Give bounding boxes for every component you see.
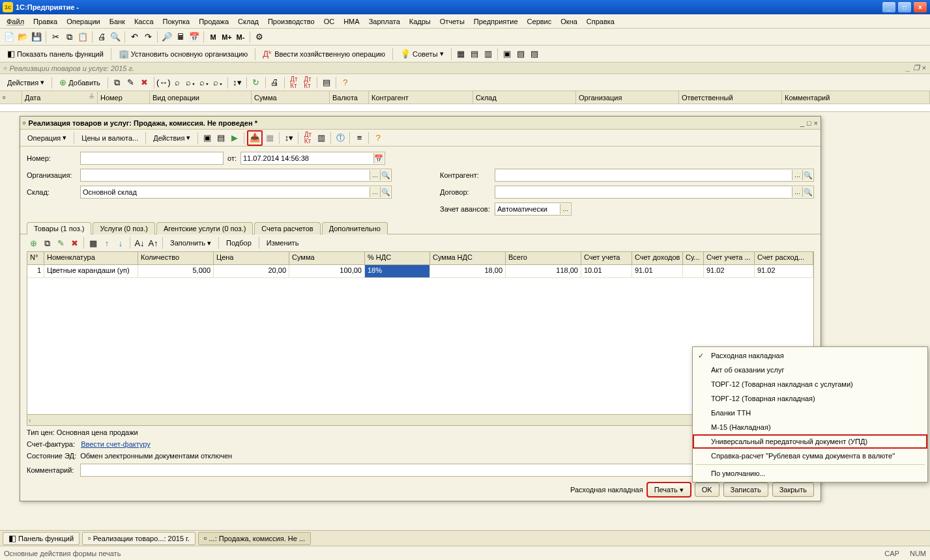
print-list-icon[interactable]: 🖨 xyxy=(269,76,282,89)
print-button[interactable]: Печать▾ xyxy=(647,483,691,497)
gcol-qty[interactable]: Количество xyxy=(138,252,214,264)
list-restore-icon[interactable]: ❐ xyxy=(913,64,920,72)
interval-icon[interactable]: (↔) xyxy=(157,76,170,89)
doc-post-icon[interactable]: ▣ xyxy=(201,132,214,145)
list-col-org[interactable]: Организация xyxy=(576,91,679,104)
doc-tree-icon[interactable]: Ⓣ xyxy=(334,132,347,145)
print-icon[interactable]: 🖨 xyxy=(95,31,108,44)
window-min-button[interactable]: _ xyxy=(882,1,896,13)
list-col-number[interactable]: Номер xyxy=(98,91,150,104)
gcol-exp[interactable]: Счет расход... xyxy=(755,252,813,264)
doc-nav-icon[interactable]: ↕▾ xyxy=(282,132,295,145)
list-col-contragent[interactable]: Контрагент xyxy=(369,91,473,104)
doc-min-icon[interactable]: _ xyxy=(800,119,804,127)
doc-prices-button[interactable]: Цены и валюта... xyxy=(77,132,143,145)
move-icon[interactable]: ↕▾ xyxy=(231,76,244,89)
grid-up-icon[interactable]: ↑ xyxy=(100,236,113,249)
grid-down-icon[interactable]: ↓ xyxy=(114,236,127,249)
quick-icon-5[interactable]: ▧ xyxy=(514,48,527,61)
contract-search-icon[interactable]: 🔍 xyxy=(802,187,813,197)
contragent-search-icon[interactable]: 🔍 xyxy=(802,170,813,180)
list-col-currency[interactable]: Валюта xyxy=(330,91,369,104)
grid-edit-icon[interactable]: ✎ xyxy=(54,236,67,249)
enter-op-button[interactable]: ДᵏВвести хозяйственную операцию xyxy=(258,48,390,61)
doc-dtkt-icon[interactable]: ДтКт xyxy=(301,132,314,145)
gcol-income[interactable]: Счет доходов xyxy=(632,252,683,264)
grid-end-icon[interactable]: ▦ xyxy=(87,236,100,249)
menu-help[interactable]: Справка xyxy=(583,16,618,27)
pm-item-akt[interactable]: Акт об оказании услуг xyxy=(693,363,927,377)
filter3-icon[interactable]: ⌕▾ xyxy=(198,76,211,89)
pm-item-upd[interactable]: Универсальный передаточный документ (УПД… xyxy=(693,434,927,449)
copy-row-icon[interactable]: ⧉ xyxy=(111,76,124,89)
gcol-n[interactable]: N° xyxy=(27,252,44,264)
menu-sale[interactable]: Продажа xyxy=(195,16,233,27)
table-row[interactable]: 1 Цветные карандаши (уп) 5,000 20,00 100… xyxy=(27,265,813,278)
list-col-responsible[interactable]: Ответственный xyxy=(679,91,782,104)
cell-vat[interactable]: 18% xyxy=(365,265,430,277)
menu-edit[interactable]: Правка xyxy=(29,16,61,27)
find-icon[interactable]: 🔎 xyxy=(160,31,173,44)
warehouse-field[interactable]: Основной склад … 🔍 xyxy=(80,186,392,199)
quick-icon-3[interactable]: ▥ xyxy=(482,48,495,61)
quick-icon-6[interactable]: ▨ xyxy=(528,48,541,61)
org-select-icon[interactable]: … xyxy=(370,170,380,180)
gcol-accu[interactable]: Счет учета ... xyxy=(704,252,755,264)
gcol-nom[interactable]: Номенклатура xyxy=(44,252,138,264)
calendar-picker-icon[interactable]: 📅 xyxy=(373,153,384,163)
number-field[interactable] xyxy=(80,152,224,165)
contragent-select-icon[interactable]: … xyxy=(792,170,802,180)
paste-icon[interactable]: 📋 xyxy=(76,31,89,44)
grid-sort-desc-icon[interactable]: A↑ xyxy=(147,236,160,249)
edit-row-icon[interactable]: ✎ xyxy=(124,76,138,89)
quick-icon-2[interactable]: ▤ xyxy=(468,48,481,61)
save-button[interactable]: Записать xyxy=(723,483,768,497)
tab-services[interactable]: Услуги (0 поз.) xyxy=(93,222,154,234)
grid-fill-dropdown[interactable]: Заполнить▾ xyxy=(166,236,216,249)
doc-go-icon[interactable]: ▶ xyxy=(228,132,241,145)
set-org-button[interactable]: 🏢Установить основную организацию xyxy=(114,48,253,61)
open-icon[interactable]: 📂 xyxy=(16,31,29,44)
grid-sort-asc-icon[interactable]: A↓ xyxy=(133,236,146,249)
struct-icon[interactable]: ▤ xyxy=(320,76,333,89)
list-col-date[interactable]: Дата≜ xyxy=(22,91,98,104)
dtkt-icon[interactable]: ДтКт xyxy=(287,76,300,89)
grid-copy-icon[interactable]: ⧉ xyxy=(40,236,53,249)
doc-basis-icon[interactable]: 📥 xyxy=(248,132,261,145)
pm-item-m15[interactable]: М-15 (Накладная) xyxy=(693,420,927,434)
warehouse-select-icon[interactable]: … xyxy=(370,187,380,197)
save-icon[interactable]: 💾 xyxy=(30,31,43,44)
enter-invoice-link[interactable]: Ввести счет-фактуру xyxy=(81,440,151,448)
pm-item-ttn[interactable]: Бланки ТТН xyxy=(693,406,927,420)
copy-icon[interactable]: ⧉ xyxy=(63,31,76,44)
help-icon[interactable]: ? xyxy=(339,76,352,89)
pm-item-torg12[interactable]: ТОРГ-12 (Товарная накладная) xyxy=(693,391,927,406)
doc-help-icon[interactable]: ? xyxy=(371,132,385,145)
dtkt2-icon[interactable]: ДтКт xyxy=(301,76,314,89)
ok-button[interactable]: OK xyxy=(695,483,719,497)
list-close-icon[interactable]: × xyxy=(922,64,926,72)
grid-delete-icon[interactable]: ✖ xyxy=(68,236,81,249)
tab-additional[interactable]: Дополнительно xyxy=(322,222,388,234)
menu-windows[interactable]: Окна xyxy=(557,16,581,27)
gcol-vatsum[interactable]: Сумма НДС xyxy=(430,252,506,264)
warehouse-search-icon[interactable]: 🔍 xyxy=(380,187,390,197)
menu-warehouse[interactable]: Склад xyxy=(234,16,263,27)
doc-actions-dropdown[interactable]: Действия▾ xyxy=(149,132,195,145)
task-doc-button[interactable]: ▫ ...: Продажа, комиссия. Не ... xyxy=(198,532,311,545)
pm-item-default[interactable]: По умолчанию... xyxy=(693,466,927,481)
menu-operations[interactable]: Операции xyxy=(63,16,104,27)
pm-item-torg12u[interactable]: ТОРГ-12 (Товарная накладная с услугами) xyxy=(693,377,927,391)
gcol-vat[interactable]: % НДС xyxy=(365,252,430,264)
task-panel-button[interactable]: ◧ Панель функций xyxy=(3,532,80,545)
list-col-comment[interactable]: Комментарий xyxy=(782,91,930,104)
gcol-su[interactable]: Су... xyxy=(683,252,704,264)
org-search-icon[interactable]: 🔍 xyxy=(380,170,390,180)
advance-select-icon[interactable]: … xyxy=(560,204,570,214)
tips-button[interactable]: 💡Советы▾ xyxy=(396,48,448,61)
undo-icon[interactable]: ↶ xyxy=(128,31,141,44)
menu-staff[interactable]: Кадры xyxy=(405,16,435,27)
contragent-field[interactable]: … 🔍 xyxy=(495,169,814,182)
refresh-icon[interactable]: ↻ xyxy=(250,76,263,89)
preview-icon[interactable]: 🔍 xyxy=(109,31,122,44)
